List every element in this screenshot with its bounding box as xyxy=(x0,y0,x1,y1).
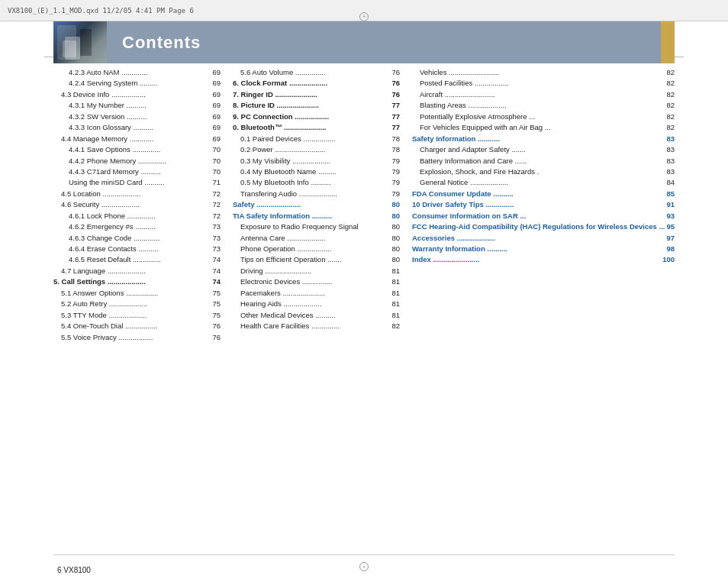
toc-label: 4.7 Language ................... xyxy=(61,266,211,276)
toc-label: 4.3.2 SW Version .......... xyxy=(69,112,211,122)
toc-label: 0.3 My Visibility ................... xyxy=(240,156,390,166)
toc-entry: 4.2.3 Auto NAM .............69 xyxy=(53,67,221,78)
toc-label: 8. Picture ID ..................... xyxy=(233,100,390,111)
toc-page: 72 xyxy=(212,189,221,199)
toc-page: 72 xyxy=(212,211,221,221)
toc-entry: 4.4.2 Phone Memory ..............70 xyxy=(53,156,221,166)
toc-page: 82 xyxy=(666,112,675,122)
toc-entry: 0.4 My Bluetooth Name .........79 xyxy=(233,166,400,177)
toc-entry: 0.2 Power .........................78 xyxy=(233,144,400,155)
toc-label: Phone Operation ................. xyxy=(240,244,390,254)
toc-page: 98 xyxy=(666,244,675,254)
toc-entry: 5.6 Auto Volume ...............76 xyxy=(233,67,400,78)
toc-page: 74 xyxy=(212,266,221,276)
toc-page: 80 xyxy=(391,244,400,254)
toc-page: 81 xyxy=(391,299,400,309)
toc-entry: 6. Clock Format ...................76 xyxy=(233,78,400,89)
toc-label: 0.2 Power ......................... xyxy=(240,144,390,155)
toc-page: 83 xyxy=(666,156,675,166)
toc-entry: For Vehicles Equipped with an Air Bag ..… xyxy=(412,122,675,133)
toc-label: Index ....................... xyxy=(412,254,661,265)
toc-label: 4.6.5 Reset Default .............. xyxy=(69,254,211,265)
title-accent xyxy=(661,21,675,63)
toc-label: Blasting Areas ................... xyxy=(420,100,665,111)
toc-label: 0.4 My Bluetooth Name ......... xyxy=(240,166,390,177)
toc-label: 6. Clock Format ................... xyxy=(233,78,390,89)
toc-entry: 5.4 One-Touch Dial ................76 xyxy=(53,321,221,331)
toc-page: 76 xyxy=(391,89,400,100)
toc-entry: Charger and Adapter Safety .......83 xyxy=(412,144,675,155)
toc-label: FDA Consumer Update .......... xyxy=(412,189,665,199)
toc-label: FCC Hearing-Aid Compatibility (HAC) Regu… xyxy=(412,221,665,232)
toc-entry: Health Care Facilities ..............82 xyxy=(233,321,400,331)
toc-label: Other Medical Devices .......... xyxy=(240,310,390,321)
footer-registration-mark: + xyxy=(359,561,369,572)
toc-page: 71 xyxy=(212,177,221,188)
toc-label: 0.5 My Bluetooth Info .......... xyxy=(240,177,390,188)
toc-entry: 9. PC Connection .................77 xyxy=(233,112,400,122)
toc-entry: General Notice ...................84 xyxy=(412,177,675,188)
toc-page: 73 xyxy=(212,233,221,244)
toc-label: 0. Bluetooth™ ..................... xyxy=(233,122,390,133)
toc-label: 4.4 Manage Memory ............ xyxy=(61,134,211,144)
toc-entry: 4.2.4 Serving System .........69 xyxy=(53,78,221,89)
content-area: 4.2.3 Auto NAM .............694.2.4 Serv… xyxy=(53,67,675,547)
toc-page: 76 xyxy=(212,332,221,343)
title-box: Contents xyxy=(107,21,661,63)
toc-label: 4.5 Location ................... xyxy=(61,189,211,199)
toc-label: For Vehicles Equipped with an Air Bag ..… xyxy=(420,122,665,133)
toc-entry: 4.3 Device Info .................69 xyxy=(53,89,221,100)
toc-label: 5.3 TTY Mode ................... xyxy=(61,310,211,321)
toc-page: 78 xyxy=(391,144,400,155)
toc-page: 81 xyxy=(391,310,400,321)
toc-page: 76 xyxy=(391,67,400,78)
toc-entry: 4.4 Manage Memory ............69 xyxy=(53,134,221,144)
toc-entry: Pacemakers .....................81 xyxy=(233,288,400,299)
toc-entry: Other Medical Devices ..........81 xyxy=(233,310,400,321)
toc-entry: 8. Picture ID .....................77 xyxy=(233,100,400,111)
toc-entry: 5.2 Auto Retry ...................75 xyxy=(53,299,221,309)
toc-entry: Tips on Efficient Operation .......80 xyxy=(233,254,400,265)
toc-label: 4.6.4 Erase Contacts .......... xyxy=(69,244,211,254)
toc-page: 69 xyxy=(212,112,221,122)
title-section: Contents xyxy=(53,21,675,63)
toc-label: 5.2 Auto Retry ................... xyxy=(61,299,211,309)
toc-page: 79 xyxy=(391,156,400,166)
toc-page: 70 xyxy=(212,156,221,166)
toc-label: Posted Facilities ................. xyxy=(420,78,665,89)
toc-label: 10 Driver Safety Tips .............. xyxy=(412,199,665,210)
toc-page: 83 xyxy=(666,134,675,144)
toc-entry: 5. Call Settings ...................74 xyxy=(53,276,221,287)
toc-page: 69 xyxy=(212,67,221,78)
toc-entry: FCC Hearing-Aid Compatibility (HAC) Regu… xyxy=(412,221,675,232)
toc-label: 4.4.1 Save Options .............. xyxy=(69,144,211,155)
page-title: Contents xyxy=(122,33,201,53)
toc-page: 81 xyxy=(391,276,400,287)
toc-page: 75 xyxy=(212,299,221,309)
toc-page: 77 xyxy=(391,112,400,122)
toc-page: 82 xyxy=(666,100,675,111)
toc-label: 4.3.1 My Number .......... xyxy=(69,100,211,111)
toc-entry: 4.6.2 Emergency #s ..........73 xyxy=(53,221,221,232)
header-registration-mark: + xyxy=(359,11,369,21)
toc-label: 4.6.2 Emergency #s .......... xyxy=(69,221,211,232)
toc-entry: FDA Consumer Update ..........85 xyxy=(412,189,675,199)
toc-page: 80 xyxy=(391,211,400,221)
toc-page: 93 xyxy=(666,211,675,221)
toc-page: 100 xyxy=(662,254,675,265)
toc-label: Aircraft ......................... xyxy=(420,89,665,100)
toc-entry: 0. Bluetooth™ .....................77 xyxy=(233,122,400,133)
toc-label: 5.6 Auto Volume ............... xyxy=(240,67,390,78)
toc-page: 75 xyxy=(212,288,221,299)
toc-page: 75 xyxy=(212,310,221,321)
toc-page: 69 xyxy=(212,89,221,100)
toc-page: 69 xyxy=(212,122,221,133)
toc-entry: 4.6 Security ...................72 xyxy=(53,199,221,210)
toc-label: Hearing Aids ................... xyxy=(240,299,390,309)
toc-entry: 4.6.5 Reset Default ..............74 xyxy=(53,254,221,265)
toc-entry: Driving .......................81 xyxy=(233,266,400,276)
toc-page: 82 xyxy=(391,321,400,331)
toc-entry: Explosion, Shock, and Fire Hazards .83 xyxy=(412,166,675,177)
toc-page: 80 xyxy=(391,254,400,265)
toc-entry: 0.1 Paired Devices ................78 xyxy=(233,134,400,144)
